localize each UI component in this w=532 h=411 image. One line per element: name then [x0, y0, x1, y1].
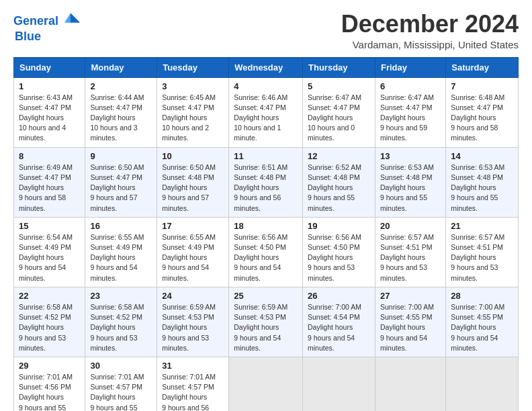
daylight-value: 9 hours and 53 minutes.	[451, 263, 498, 281]
daylight-label: Daylight hours	[234, 323, 279, 331]
calendar-cell: 27 Sunrise: 7:00 AM Sunset: 4:55 PM Dayl…	[375, 287, 445, 357]
sunrise-label: Sunrise: 6:59 AM	[162, 303, 216, 311]
day-info: Sunrise: 6:57 AM Sunset: 4:51 PM Dayligh…	[380, 232, 441, 283]
day-number: 7	[451, 81, 513, 91]
sunrise-label: Sunrise: 6:54 AM	[19, 233, 73, 241]
calendar-cell: 25 Sunrise: 6:59 AM Sunset: 4:53 PM Dayl…	[229, 287, 303, 357]
daylight-label: Daylight hours	[162, 323, 207, 331]
sunset-label: Sunset: 4:55 PM	[451, 313, 503, 321]
daylight-value: 9 hours and 55 minutes.	[308, 193, 355, 212]
calendar-cell: 28 Sunrise: 7:00 AM Sunset: 4:55 PM Dayl…	[446, 287, 519, 357]
daylight-value: 9 hours and 56 minutes.	[234, 193, 281, 212]
daylight-label: Daylight hours	[90, 253, 135, 261]
sunrise-label: Sunrise: 6:59 AM	[234, 303, 287, 311]
day-number: 12	[308, 151, 370, 161]
daylight-value: 9 hours and 55 minutes.	[451, 193, 498, 212]
daylight-label: Daylight hours	[19, 253, 64, 261]
header-sunday: Sunday	[14, 57, 85, 77]
daylight-label: Daylight hours	[19, 113, 64, 122]
day-info: Sunrise: 6:48 AM Sunset: 4:47 PM Dayligh…	[451, 93, 513, 144]
calendar-cell: 22 Sunrise: 6:58 AM Sunset: 4:52 PM Dayl…	[14, 287, 85, 357]
sunset-label: Sunset: 4:57 PM	[90, 383, 142, 391]
sunset-label: Sunset: 4:48 PM	[162, 173, 214, 181]
sunset-label: Sunset: 4:47 PM	[234, 103, 286, 111]
calendar-cell: 6 Sunrise: 6:47 AM Sunset: 4:47 PM Dayli…	[375, 77, 445, 147]
daylight-value: 10 hours and 1 minute.	[234, 124, 281, 142]
sunrise-label: Sunrise: 6:51 AM	[234, 163, 287, 171]
day-info: Sunrise: 6:45 AM Sunset: 4:47 PM Dayligh…	[162, 93, 224, 144]
daylight-value: 9 hours and 54 minutes.	[380, 334, 427, 352]
sunset-label: Sunset: 4:56 PM	[19, 383, 71, 391]
day-number: 6	[380, 81, 441, 91]
day-info: Sunrise: 6:53 AM Sunset: 4:48 PM Dayligh…	[451, 163, 513, 214]
daylight-label: Daylight hours	[234, 183, 279, 191]
svg-marker-0	[71, 13, 80, 23]
daylight-label: Daylight hours	[162, 183, 207, 191]
daylight-label: Daylight hours	[451, 323, 496, 331]
sunrise-label: Sunrise: 6:53 AM	[380, 163, 434, 171]
sunrise-label: Sunrise: 6:57 AM	[380, 233, 434, 241]
day-number: 22	[19, 291, 80, 301]
day-number: 21	[451, 221, 513, 231]
sunset-label: Sunset: 4:57 PM	[162, 383, 214, 391]
daylight-value: 9 hours and 56 minutes.	[162, 404, 209, 411]
calendar-cell: 21 Sunrise: 6:57 AM Sunset: 4:51 PM Dayl…	[446, 217, 519, 287]
calendar-cell	[375, 357, 445, 411]
sunset-label: Sunset: 4:51 PM	[380, 243, 433, 251]
sunrise-label: Sunrise: 6:47 AM	[380, 93, 434, 101]
calendar-week-4: 22 Sunrise: 6:58 AM Sunset: 4:52 PM Dayl…	[14, 287, 519, 357]
daylight-value: 9 hours and 54 minutes.	[19, 263, 66, 281]
day-number: 15	[19, 221, 80, 231]
sunrise-label: Sunrise: 7:00 AM	[451, 303, 504, 311]
daylight-label: Daylight hours	[451, 253, 496, 261]
sunset-label: Sunset: 4:52 PM	[90, 313, 142, 321]
calendar-cell: 3 Sunrise: 6:45 AM Sunset: 4:47 PM Dayli…	[157, 77, 229, 147]
daylight-label: Daylight hours	[380, 113, 425, 122]
day-number: 11	[234, 151, 298, 161]
sunset-label: Sunset: 4:47 PM	[308, 103, 360, 111]
daylight-value: 9 hours and 54 minutes.	[234, 263, 281, 281]
calendar-cell: 10 Sunrise: 6:50 AM Sunset: 4:48 PM Dayl…	[157, 147, 229, 217]
daylight-value: 9 hours and 53 minutes.	[308, 263, 355, 281]
day-info: Sunrise: 6:47 AM Sunset: 4:47 PM Dayligh…	[308, 93, 370, 144]
daylight-label: Daylight hours	[234, 253, 279, 261]
sunset-label: Sunset: 4:47 PM	[162, 103, 214, 111]
day-info: Sunrise: 7:01 AM Sunset: 4:57 PM Dayligh…	[90, 372, 152, 411]
daylight-value: 9 hours and 59 minutes.	[380, 124, 427, 142]
sunrise-label: Sunrise: 6:53 AM	[451, 163, 504, 171]
daylight-label: Daylight hours	[90, 323, 135, 331]
calendar-cell: 1 Sunrise: 6:43 AM Sunset: 4:47 PM Dayli…	[14, 77, 85, 147]
calendar-cell: 23 Sunrise: 6:58 AM Sunset: 4:52 PM Dayl…	[85, 287, 157, 357]
day-number: 19	[308, 221, 370, 231]
daylight-value: 9 hours and 53 minutes.	[19, 334, 66, 352]
day-number: 27	[380, 291, 441, 301]
sunrise-label: Sunrise: 6:57 AM	[451, 233, 504, 241]
sunset-label: Sunset: 4:53 PM	[162, 313, 214, 321]
header-tuesday: Tuesday	[157, 57, 229, 77]
day-number: 4	[234, 81, 298, 91]
daylight-value: 9 hours and 55 minutes.	[380, 193, 427, 212]
daylight-value: 9 hours and 53 minutes.	[162, 334, 209, 352]
day-info: Sunrise: 6:58 AM Sunset: 4:52 PM Dayligh…	[90, 302, 152, 353]
sunrise-label: Sunrise: 6:55 AM	[162, 233, 216, 241]
daylight-value: 9 hours and 54 minutes.	[90, 263, 137, 281]
day-number: 23	[90, 291, 152, 301]
calendar-cell: 12 Sunrise: 6:52 AM Sunset: 4:48 PM Dayl…	[303, 147, 375, 217]
day-number: 13	[380, 151, 441, 161]
sunrise-label: Sunrise: 6:50 AM	[90, 163, 144, 171]
daylight-value: 9 hours and 55 minutes.	[19, 404, 66, 411]
day-number: 16	[90, 221, 152, 231]
day-info: Sunrise: 6:47 AM Sunset: 4:47 PM Dayligh…	[380, 93, 441, 144]
header-thursday: Thursday	[303, 57, 375, 77]
sunrise-label: Sunrise: 6:56 AM	[234, 233, 287, 241]
day-number: 20	[380, 221, 441, 231]
daylight-label: Daylight hours	[308, 323, 353, 331]
daylight-value: 9 hours and 58 minutes.	[19, 193, 66, 212]
day-info: Sunrise: 6:59 AM Sunset: 4:53 PM Dayligh…	[234, 302, 298, 353]
daylight-label: Daylight hours	[90, 113, 135, 122]
sunset-label: Sunset: 4:49 PM	[162, 243, 214, 251]
day-info: Sunrise: 6:55 AM Sunset: 4:49 PM Dayligh…	[90, 232, 152, 283]
day-number: 14	[451, 151, 513, 161]
daylight-value: 9 hours and 54 minutes.	[308, 334, 355, 352]
daylight-label: Daylight hours	[19, 323, 64, 331]
